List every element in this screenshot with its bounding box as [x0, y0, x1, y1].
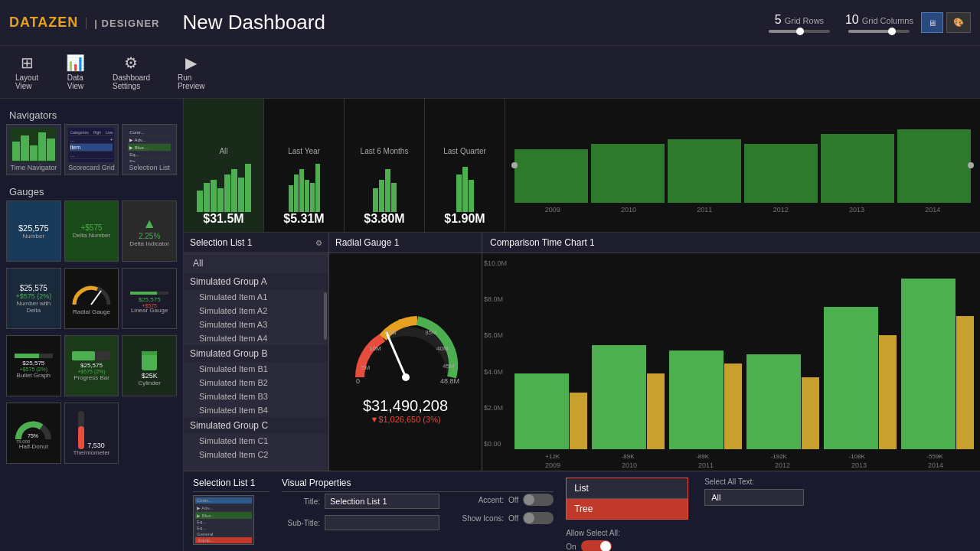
half-donut-item[interactable]: 75% 75,000 Half-Donut — [6, 403, 61, 464]
sidebar-item-selection-list[interactable]: Contr... ▶ Adv... ▶ Blue... Eq... Eq... … — [122, 124, 177, 175]
sc-header: CategoriesHighLow — [70, 129, 113, 136]
item-b1[interactable]: Simulated Item B1 — [184, 362, 328, 376]
layout-view-tool[interactable]: ⊞ LayoutView — [9, 51, 44, 93]
vis-type-list-option[interactable]: List — [567, 478, 688, 499]
group-b-header[interactable]: Simulated Group B — [184, 345, 328, 362]
select-all-text-label: Select All Text: — [704, 478, 804, 486]
kpi-last-quarter[interactable]: Last Quarter $1.90M — [425, 99, 505, 232]
grid-rows-value: 5 — [775, 13, 782, 27]
kpi-last-6m[interactable]: Last 6 Months $3.80M — [345, 99, 425, 232]
vis-type-section: List Tree Allow Select All: On — [566, 478, 692, 551]
comp-year-2012: 2012 — [775, 461, 790, 469]
bullet-track — [15, 354, 53, 358]
item-c2[interactable]: Simulated Item C2 — [184, 448, 328, 461]
main-area: Navigators Time Navigator — [0, 99, 980, 551]
monitor-view-button[interactable]: 🖥 — [921, 12, 943, 33]
sc-row-1: ...+ — [70, 136, 113, 144]
scorecard-grid-label: Scorecard Grid — [68, 164, 115, 171]
title-prop-input[interactable] — [325, 494, 439, 509]
y-label-10m: $10.0M — [484, 259, 507, 267]
item-a4[interactable]: Simulated Item A4 — [184, 331, 328, 345]
cylinder-value: $25K — [142, 372, 158, 380]
props-left-col: Title: Sub-Title: — [282, 494, 439, 530]
kpi-ly-value: $5.31M — [283, 212, 324, 226]
item-b2[interactable]: Simulated Item B2 — [184, 376, 328, 390]
data-view-tool[interactable]: 📊 DataView — [60, 51, 91, 93]
bar-2012-green — [746, 354, 801, 449]
group-c-header[interactable]: Simulated Group C — [184, 417, 328, 434]
dashboard-settings-tool[interactable]: ⚙ DashboardSettings — [106, 51, 156, 93]
run-preview-tool[interactable]: ▶ RunPreview — [172, 51, 211, 93]
gauges-grid-row4: 75% 75,000 Half-Donut 7,530 Thermometer — [6, 403, 177, 464]
item-b4[interactable]: Simulated Item B4 — [184, 403, 328, 417]
kpi-last-year[interactable]: Last Year $5.31M — [264, 99, 345, 232]
number-value: $25,575 — [18, 223, 49, 233]
kpi-all-value: $31.5M — [203, 212, 243, 226]
timeline-left-handle[interactable] — [511, 162, 518, 168]
sel-prev-row-5: Eq... — [128, 158, 171, 162]
thermometer-item[interactable]: 7,530 Thermometer — [64, 403, 119, 464]
accent-toggle[interactable] — [523, 494, 554, 506]
grid-cols-control[interactable]: 10 Grid Columns — [845, 13, 913, 33]
cylinder-item[interactable]: $25K Cylinder — [122, 335, 177, 396]
group-a-header[interactable]: Simulated Group A — [184, 273, 328, 290]
allow-select-on-label: On — [566, 543, 576, 551]
allow-select-toggle[interactable] — [581, 540, 612, 551]
item-c1[interactable]: Simulated Item C1 — [184, 434, 328, 448]
content-area: All $31.5M Last Year — [184, 99, 980, 551]
kpi-all[interactable]: All $31.5M — [184, 99, 264, 232]
select-all-text-input[interactable] — [704, 489, 804, 506]
selection-all-item[interactable]: All — [184, 253, 328, 273]
y-axis-labels: $10.0M $8.0M $6.0M $4.0M $2.0M $0.00 — [484, 259, 507, 448]
cylinder-label: Cylinder — [138, 380, 160, 386]
radial-gauge-title: Radial Gauge 1 — [335, 237, 399, 248]
delta-indicator-arrow: ▲ — [142, 216, 156, 232]
sc-row-highlight: Item — [70, 144, 113, 152]
logo-zen: ZEN — [48, 15, 78, 30]
subtitle-prop-input[interactable] — [325, 515, 439, 530]
sidebar-item-scorecard-grid[interactable]: CategoriesHighLow ...+ Item ... ... Scor… — [64, 124, 119, 175]
sel-prev-row-4: Eq... — [128, 152, 171, 158]
timeline-right-handle[interactable] — [968, 162, 974, 168]
grid-cols-slider[interactable] — [848, 30, 910, 33]
radial-gauge-nav-item[interactable]: Radial Gauge — [64, 268, 119, 329]
grid-cols-thumb[interactable] — [888, 28, 896, 35]
grid-rows-slider[interactable] — [769, 30, 830, 33]
delta-indicator-gauge-item[interactable]: ▲ 2.25% Delta Indicator — [122, 201, 177, 262]
timeline-bars-container — [505, 99, 980, 206]
number-gauge-item[interactable]: $25,575 Number — [6, 201, 61, 262]
item-a1[interactable]: Simulated Item A1 — [184, 290, 328, 304]
vis-type-tree-option[interactable]: Tree — [567, 499, 688, 519]
svg-text:10M: 10M — [369, 345, 381, 352]
bullet-graph-item[interactable]: $25,575 +$575 (2%) Bullet Graph — [6, 335, 61, 396]
show-icons-toggle[interactable] — [523, 512, 554, 524]
delta-number-gauge-item[interactable]: +$575 Delta Number — [64, 201, 119, 262]
icons-prop-row: Show Icons: Off — [458, 512, 554, 524]
selection-list-settings-icon[interactable]: ⚙ — [315, 239, 322, 247]
progress-bar-item[interactable]: $25,575 +$575 (2%) Progress Bar — [64, 335, 119, 396]
grid-cols-fill — [848, 30, 891, 33]
kpi-q-label: Last Quarter — [443, 147, 486, 155]
item-b3[interactable]: Simulated Item B3 — [184, 390, 328, 403]
allow-select-thumb — [600, 541, 611, 551]
color-view-button[interactable]: 🎨 — [946, 12, 971, 33]
comparison-chart-header: Comparison Time Chart 1 — [482, 233, 980, 253]
linear-gauge-item[interactable]: $25,575 +$575 Linear Gauge — [122, 268, 177, 329]
vis-type-dropdown: List Tree — [566, 478, 688, 520]
num-delta-sub: +$575 (2%) — [15, 292, 51, 300]
item-a3[interactable]: Simulated Item A3 — [184, 318, 328, 331]
bullet-sub: +$575 (2%) — [15, 367, 53, 372]
selection-scroll-indicator[interactable] — [324, 292, 327, 340]
comp-year-2013: 2013 — [851, 461, 867, 469]
radial-gauge-content: 0 24.4M 48.8M 5M 10M 15M — [329, 253, 482, 471]
sidebar-item-time-navigator[interactable]: Time Navigator — [6, 124, 61, 175]
number-delta-gauge-item[interactable]: $25,575 +$575 (2%) Number with Delta — [6, 268, 61, 329]
radial-gauge-delta: ▼$1,026,650 (3%) — [370, 415, 440, 424]
year-2009: 2009 — [545, 206, 560, 214]
kpi-6m-label: Last 6 Months — [361, 147, 409, 155]
item-a2[interactable]: Simulated Item A2 — [184, 304, 328, 318]
gauges-grid-row3: $25,575 +$575 (2%) Bullet Graph $25,575 … — [6, 335, 177, 396]
comp-group-2012 — [746, 259, 819, 449]
grid-rows-thumb[interactable] — [796, 28, 804, 35]
grid-rows-control[interactable]: 5 Grid Rows — [769, 13, 830, 33]
